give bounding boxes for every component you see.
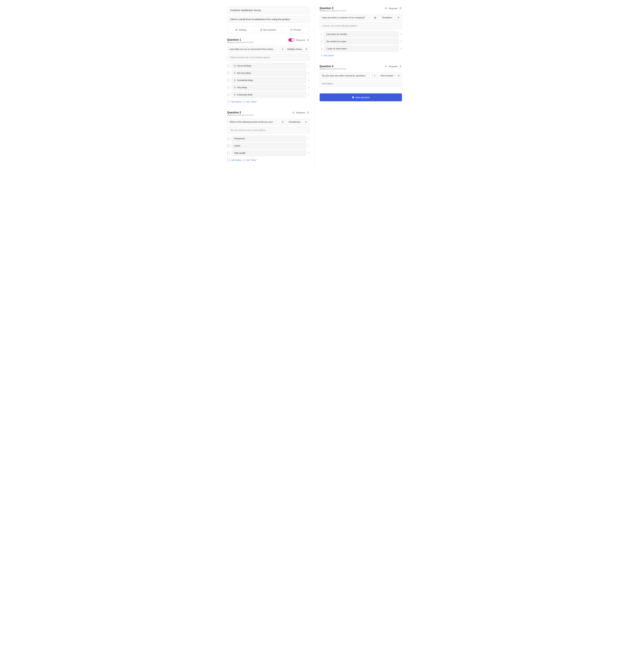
dropdown-icon: ▤ bbox=[374, 16, 376, 19]
question-1-option-5-remove[interactable]: × bbox=[308, 93, 309, 96]
question-1-option-1-remove[interactable]: × bbox=[308, 64, 309, 67]
question-4-type-select[interactable]: ≡ Short answer ▾ bbox=[372, 73, 402, 79]
short-answer-icon: ≡ bbox=[374, 74, 376, 77]
radio-circle bbox=[227, 72, 230, 74]
question-1-add-option-link[interactable]: Add Option bbox=[231, 100, 242, 103]
question-2-option-1-remove[interactable]: × bbox=[308, 137, 309, 140]
radio-circle bbox=[227, 93, 230, 96]
preview-tab[interactable]: ◎ Preview bbox=[282, 26, 309, 33]
option-num: 2 bbox=[320, 40, 322, 43]
multiple-choice-icon: ⊙ bbox=[282, 48, 284, 50]
question-3-text-input[interactable] bbox=[320, 15, 370, 21]
question-2-type-select[interactable]: ☑ Checkboxes ▾ bbox=[279, 119, 309, 125]
chevron-down-icon: ▾ bbox=[306, 121, 307, 123]
question-4-delete-icon[interactable]: 🗑 bbox=[399, 65, 402, 68]
question-3-required-dot bbox=[385, 7, 387, 9]
new-question-label: New question bbox=[263, 28, 276, 31]
question-3-required-label: Required bbox=[389, 7, 397, 9]
question-2-required-label: Required bbox=[296, 112, 305, 114]
question-2-add-other-link[interactable]: Add "Other" bbox=[246, 159, 257, 161]
preview-icon: ◎ bbox=[290, 28, 292, 31]
question-2-option-1-input[interactable] bbox=[232, 136, 306, 141]
right-panel: Question 3 Modified at 27.08.2024 14:18:… bbox=[315, 3, 404, 173]
question-3-row: ▤ Dropdown ▾ bbox=[320, 15, 402, 21]
question-1-text-input[interactable] bbox=[227, 46, 277, 52]
question-3-option-1-input[interactable] bbox=[324, 31, 399, 37]
question-4-required-label: Required bbox=[389, 65, 397, 68]
question-1-row: ⊙ Multiple choice ▾ bbox=[227, 46, 309, 52]
question-3-add-option-link[interactable]: Add Option bbox=[323, 54, 334, 57]
option-num: 4 bbox=[320, 54, 322, 57]
question-1-option-4-remove[interactable]: × bbox=[308, 86, 309, 89]
question-3-controls: Required 🗑 bbox=[385, 7, 402, 10]
question-1-required-label: Required bbox=[296, 39, 305, 41]
new-question-tab[interactable]: ⊕ New question bbox=[255, 26, 282, 33]
preview-label: Preview bbox=[293, 28, 301, 31]
question-3-option-3-input[interactable] bbox=[324, 46, 399, 52]
question-3-delete-icon[interactable]: 🗑 bbox=[399, 7, 402, 10]
question-1-option-3-input[interactable] bbox=[232, 77, 306, 83]
checkbox-square bbox=[227, 152, 230, 154]
question-2-option-2-remove[interactable]: × bbox=[308, 144, 309, 147]
question-2-row: ☑ Checkboxes ▾ bbox=[227, 119, 309, 125]
question-2-option-row: × bbox=[227, 150, 309, 156]
question-1-meta: Modified at 18.09.2024 16:15:43 bbox=[227, 41, 254, 43]
question-1-option-4-input[interactable] bbox=[232, 85, 306, 90]
question-1-option-2-remove[interactable]: × bbox=[308, 72, 309, 75]
question-3-add-option-row: 4 Add Option bbox=[320, 53, 402, 58]
plus-icon: ⊕ bbox=[352, 96, 354, 99]
question-2-option-3-input[interactable] bbox=[232, 150, 306, 156]
survey-description-input[interactable] bbox=[227, 16, 309, 23]
question-2-add-option-link[interactable]: Add Option bbox=[231, 159, 242, 161]
question-1-option-row: × bbox=[227, 63, 309, 69]
question-2-option-3-remove[interactable]: × bbox=[308, 151, 309, 154]
chevron-down-icon: ▾ bbox=[398, 74, 400, 77]
question-4-controls: Required 🗑 bbox=[385, 65, 402, 68]
question-1-delete-icon[interactable]: 🗑 bbox=[307, 39, 309, 42]
question-3-option-row: 2 × bbox=[320, 39, 402, 44]
question-1-option-3-remove[interactable]: × bbox=[308, 79, 309, 82]
question-1-type-select[interactable]: ⊙ Multiple choice ▾ bbox=[279, 46, 309, 52]
question-3-option-1-remove[interactable]: × bbox=[400, 33, 402, 36]
survey-title-input[interactable] bbox=[227, 7, 309, 14]
question-2-controls: Required 🗑 bbox=[292, 111, 309, 114]
radio-circle bbox=[227, 100, 230, 103]
new-question-button[interactable]: ⊕ New question bbox=[320, 93, 402, 101]
question-1-add-option-row: Add Option or Add "Other" bbox=[227, 99, 309, 104]
question-3-placeholder: Choose one of the following options bbox=[320, 22, 402, 29]
question-1-option-1-input[interactable] bbox=[232, 63, 306, 69]
question-2-option-2-input[interactable] bbox=[232, 143, 306, 149]
or-text: or bbox=[243, 100, 245, 103]
question-4-text-input[interactable] bbox=[320, 73, 370, 79]
question-1-option-2-input[interactable] bbox=[232, 70, 306, 76]
question-4-meta: Modified at 18.09.2024 16:24:54 bbox=[320, 68, 346, 70]
question-2-delete-icon[interactable]: 🗑 bbox=[307, 111, 309, 114]
question-2-title: Question 2 bbox=[227, 111, 254, 114]
question-1-required-toggle[interactable] bbox=[288, 38, 294, 42]
question-4-block: Question 4 Modified at 18.09.2024 16:24:… bbox=[320, 65, 402, 87]
checkbox-square bbox=[227, 159, 230, 161]
question-1-option-5-input[interactable] bbox=[232, 92, 306, 98]
question-3-header: Question 3 Modified at 27.08.2024 14:18:… bbox=[320, 7, 402, 14]
question-4-description-input[interactable] bbox=[320, 80, 402, 87]
question-3-option-3-remove[interactable]: × bbox=[400, 47, 402, 50]
question-2-required-dot bbox=[292, 112, 294, 114]
question-3-option-2-remove[interactable]: × bbox=[400, 40, 402, 43]
settings-tab[interactable]: ⚙ Settings bbox=[227, 26, 255, 33]
question-4-header: Question 4 Modified at 18.09.2024 16:24:… bbox=[320, 65, 402, 72]
question-1-block: Question 1 Modified at 18.09.2024 16:15:… bbox=[227, 38, 309, 104]
question-1-type-label: Multiple choice bbox=[287, 48, 302, 50]
question-2-type-label: Checkboxes bbox=[289, 121, 301, 123]
question-3-type-select[interactable]: ▤ Dropdown ▾ bbox=[372, 15, 402, 21]
question-3-option-2-input[interactable] bbox=[324, 39, 399, 44]
checkbox-square bbox=[227, 144, 230, 147]
question-3-option-row: 1 × bbox=[320, 31, 402, 37]
question-1-option-row: × bbox=[227, 77, 309, 83]
question-1-add-other-link[interactable]: Add "Other" bbox=[246, 100, 257, 103]
option-num: 1 bbox=[320, 33, 322, 35]
option-num: 3 bbox=[320, 47, 322, 50]
question-2-text-input[interactable] bbox=[227, 119, 277, 125]
question-3-title: Question 3 bbox=[320, 7, 346, 10]
question-1-controls: Required 🗑 bbox=[288, 38, 309, 42]
question-4-type-label: Short answer bbox=[381, 74, 393, 77]
